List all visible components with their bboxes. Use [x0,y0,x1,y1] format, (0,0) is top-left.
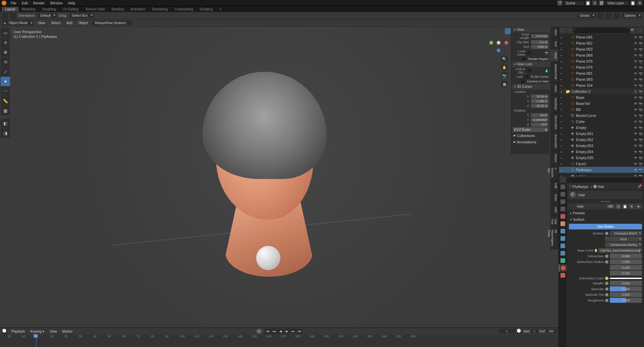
proportional-icon[interactable] [614,13,620,19]
clip-start-field[interactable]: 0.1 m [531,40,548,44]
tab-animation[interactable]: Animation [127,7,149,12]
proptab-viewlayer[interactable] [559,198,567,205]
retopoflow-dropdown[interactable]: RetopoFlow (broken) [92,20,132,25]
ntab-tools[interactable]: Tools [550,191,558,204]
scene-name-field[interactable]: Scene [564,1,584,5]
tab-rendering[interactable]: Rendering [149,7,171,12]
camera-view-icon[interactable]: 📷 [501,72,508,79]
sss-color-field[interactable] [610,278,642,279]
surface-shader-dropdown[interactable]: Principled BSDF [610,231,642,236]
ntab-fluent[interactable]: Fluent [550,151,558,165]
outliner-filter-icon[interactable]: ⚟ [631,28,636,33]
ntab-hardops[interactable]: HardOps [550,95,558,113]
outliner-row[interactable]: ▸✛Empty.002👁📷 [559,137,644,143]
outliner-row[interactable]: ▸▽Plane.053👁📷 [559,46,644,52]
ntab-tool[interactable]: Tool [550,39,558,50]
prev-keyframe-icon[interactable]: ◂◂ [271,329,277,334]
ntab-hair-tool[interactable]: Hair Tool [550,216,558,227]
proptab-material[interactable] [559,264,567,272]
scene-icon[interactable]: 🎬 [557,0,562,6]
proptab-render[interactable] [559,183,567,191]
tool-rotate[interactable]: ⟲ [1,57,10,67]
header-menu-view[interactable]: View [36,21,47,25]
outliner-row[interactable]: ▸✛Empty👁📷 [559,125,644,131]
cursor-ry-field[interactable]: -0.000059° [531,118,548,122]
outliner-row[interactable]: ▸▽Plane.081👁📷 [559,70,644,76]
material-name-field[interactable]: Hair 33 ◫ 📋 ✕ ▾ [568,203,643,209]
ntab-arp[interactable]: ARP [550,204,558,216]
outliner-display-mode[interactable] [567,28,572,33]
tool-icon[interactable] [2,13,8,19]
specular-field[interactable]: 0.500 [610,286,642,291]
slot-handle[interactable] [600,201,610,202]
tool-add-cube[interactable]: ▦ [1,106,10,115]
tool-cursor[interactable]: ✛ [1,38,10,47]
outliner[interactable]: ▸▽Plane.045👁📷▸▽Plane.052👁📷▸▽Plane.053👁📷▸… [559,34,644,177]
viewlayer-name-field[interactable]: View Layer [605,1,629,5]
menu-render[interactable]: Render [31,1,47,5]
tool-select-box[interactable]: ▭ [1,28,10,38]
tab-layout[interactable]: Layout [2,7,18,12]
focal-length-field[interactable]: 73.9 mm [531,34,548,38]
3d-viewport[interactable]: ▭ ✛ ✥ ⟲ ⤢ ✦ 〰 📏 ▦ ◧ ◨ User Perspective (… [0,27,558,328]
menu-file[interactable]: File [8,1,19,5]
play-icon[interactable]: ▶ [284,329,290,334]
viewlayer-delete-icon[interactable]: ✕ [637,0,642,6]
orientation-dropdown[interactable]: Default [38,13,57,18]
proptab-object[interactable] [559,220,567,227]
material-slot[interactable]: Hair [568,191,643,199]
roughness-field[interactable]: 0.500 [610,298,642,303]
rotation-mode-dropdown[interactable]: XYZ Euler▾ [513,127,548,132]
outliner-row[interactable]: ▸▽Plane.045👁📷 [559,34,644,40]
timeline-editor-icon[interactable]: 🕐 [2,329,7,334]
clip-end-field[interactable]: 1000 m [531,45,548,49]
outliner-search[interactable] [574,28,629,33]
outliner-row[interactable]: ▸▽Plane.079👁📷 [559,64,644,70]
outliner-row[interactable]: ▸▽Plane.052👁📷 [559,40,644,46]
ntab-x-muscle-sys[interactable]: x-muscle Sys [550,165,558,181]
material-copy-icon[interactable]: 📋 [623,204,627,209]
zoom-icon[interactable]: 🔍 [501,55,508,63]
menu-help[interactable]: Help [65,1,78,5]
viewlayer-icon[interactable]: 🖼 [599,0,604,6]
workspace-icon[interactable] [10,13,16,19]
cursor-rx-field[interactable]: 90.9° [531,113,548,117]
basecolor-texture-field[interactable]: HairTex_baseTexBaked.png [598,248,642,253]
ntab-view[interactable]: View [550,50,558,62]
viewlayer-new-icon[interactable]: 📋 [630,0,636,6]
end-frame-field[interactable]: 250 [546,329,556,333]
ntab-motiontrail[interactable]: MotionTrail [550,62,558,82]
tab-texture-paint[interactable]: Texture Paint [82,7,108,12]
outliner-row[interactable]: ▸▽Plane.068👁📷 [559,52,644,58]
tab-compositing[interactable]: Compositing [171,7,197,12]
cursor-z-field[interactable]: 15.23 m [531,104,548,108]
tab-add-workspace[interactable]: + [216,7,225,12]
axis-y-icon[interactable] [489,41,493,45]
tab-modeling[interactable]: Modeling [18,7,39,12]
jump-end-icon[interactable]: ⏭ [297,329,303,334]
material-menu-icon[interactable]: ▾ [636,204,641,209]
ntab-edit[interactable]: Edit [550,181,558,192]
outliner-row[interactable]: ▸✛Empty.004👁📷 [559,149,644,155]
tool-transform[interactable]: ✦ [1,77,10,86]
tool-extra-1[interactable]: ◧ [1,119,10,128]
spectint-socket[interactable] [605,293,608,296]
outliner-row[interactable]: ▸✛Empty.035👁📷 [559,155,644,161]
header-menu-object[interactable]: Object [76,21,90,25]
menu-edit[interactable]: Edit [19,1,31,5]
current-frame-field[interactable]: 1 [498,329,515,333]
ntab-mr-mannequins-tools[interactable]: Mr Mannequins Tools [550,227,558,249]
outliner-row[interactable]: ▸📁Collection 2☑📷 [559,88,644,94]
cursor-y-field[interactable]: -1.058 m [531,99,548,103]
material-users[interactable]: 33 [607,205,614,208]
ntab-machin3[interactable]: MACHIN3 [550,113,558,132]
proptab-constraints[interactable] [559,250,567,257]
sss-method-dropdown[interactable]: Christensen-Burley [605,242,642,247]
outliner-row[interactable]: ▸▽BB👁📷 [559,107,644,113]
outliner-row[interactable]: ▸➰BezierCurve👁📷 [559,113,644,119]
local-camera-field[interactable] [527,51,531,55]
axis-x-icon[interactable] [504,41,508,45]
proptab-modifiers[interactable] [559,227,567,235]
tab-uv-editing[interactable]: UV Editing [59,7,82,12]
outliner-row[interactable]: ▸▽Plane.154👁📷 [559,82,644,88]
